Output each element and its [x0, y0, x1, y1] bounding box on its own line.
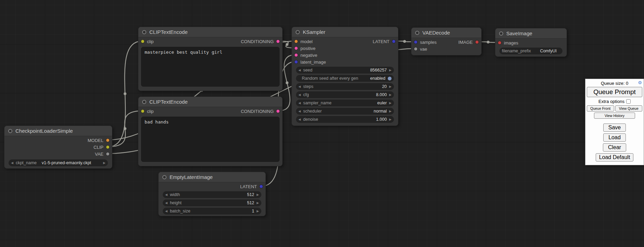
- decrement-arrow-icon[interactable]: ◀: [298, 118, 301, 121]
- node-ksampler[interactable]: KSampler model LATENT positive negative …: [292, 27, 398, 126]
- node-status-icon: [142, 30, 146, 34]
- node-status-icon: [142, 100, 146, 104]
- seed-widget[interactable]: ◀ seed 8566257 ▶: [296, 67, 394, 74]
- node-title-bar[interactable]: VAEDecode: [411, 28, 481, 38]
- scheduler-widget[interactable]: ◀ scheduler normal ▶: [296, 108, 394, 115]
- view-history-button[interactable]: View History: [594, 113, 635, 119]
- decrement-arrow-icon[interactable]: ◀: [298, 93, 301, 96]
- node-vae-decode[interactable]: VAEDecode samples IMAGE vae: [411, 27, 482, 55]
- decrement-arrow-icon[interactable]: ◀: [298, 110, 301, 113]
- node-status-icon: [162, 175, 166, 179]
- settings-gear-icon[interactable]: ⚙: [638, 80, 642, 85]
- conditioning-output-slot[interactable]: [276, 40, 280, 43]
- node-title: EmptyLatentImage: [170, 174, 213, 180]
- prompt-textarea[interactable]: bad hands: [141, 117, 280, 162]
- steps-widget[interactable]: ◀ steps 20 ▶: [296, 83, 394, 90]
- model-input-slot[interactable]: [295, 40, 298, 43]
- increment-arrow-icon[interactable]: ▶: [103, 161, 106, 165]
- input-label: vae: [411, 47, 427, 52]
- link-midpoint-dot: [286, 81, 288, 84]
- filename-prefix-widget[interactable]: filename_prefix ComfyUI: [499, 48, 562, 54]
- node-clip-text-encode-negative[interactable]: CLIPTextEncode clip CONDITIONING bad han…: [138, 96, 283, 166]
- decrement-arrow-icon[interactable]: ◀: [165, 202, 168, 205]
- comfyui-menu-panel: Queue size: 0 ⚙ Queue Prompt Extra optio…: [585, 79, 644, 165]
- output-label: CONDITIONING: [241, 109, 282, 114]
- node-clip-text-encode-positive[interactable]: CLIPTextEncode clip CONDITIONING masterp…: [138, 27, 283, 91]
- prompt-textarea[interactable]: masterpiece best quality girl: [141, 47, 280, 87]
- random-seed-toggle-widget[interactable]: Random seed after every gen enabled: [296, 75, 394, 82]
- decrement-arrow-icon[interactable]: ◀: [11, 161, 13, 165]
- node-title-bar[interactable]: CheckpointLoaderSimple: [4, 126, 112, 136]
- latent-output-slot[interactable]: [392, 40, 395, 43]
- widget-value: euler: [377, 101, 387, 105]
- node-save-image[interactable]: SaveImage images filename_prefix ComfyUI: [495, 28, 567, 57]
- decrement-arrow-icon[interactable]: ◀: [298, 69, 301, 72]
- decrement-arrow-icon[interactable]: ◀: [298, 85, 301, 88]
- view-queue-button[interactable]: View Queue: [615, 105, 643, 112]
- widget-label: batch_size: [170, 209, 190, 213]
- input-label: clip: [138, 39, 154, 44]
- node-title-bar[interactable]: CLIPTextEncode: [138, 97, 282, 107]
- increment-arrow-icon[interactable]: ▶: [389, 93, 392, 96]
- vae-output-slot[interactable]: [106, 153, 109, 156]
- images-input-slot[interactable]: [498, 41, 501, 44]
- increment-arrow-icon[interactable]: ▶: [389, 85, 392, 88]
- link-midpoint-dot: [403, 40, 406, 43]
- increment-arrow-icon[interactable]: ▶: [389, 118, 392, 121]
- width-widget[interactable]: ◀ width 512 ▶: [163, 191, 261, 198]
- decrement-arrow-icon[interactable]: ◀: [165, 210, 168, 213]
- node-title-bar[interactable]: SaveImage: [495, 28, 567, 39]
- clear-button[interactable]: Clear: [603, 143, 626, 152]
- height-widget[interactable]: ◀ height 512 ▶: [163, 199, 261, 206]
- widget-label: filename_prefix: [502, 49, 531, 53]
- queue-prompt-button[interactable]: Queue Prompt: [587, 87, 642, 97]
- increment-arrow-icon[interactable]: ▶: [257, 202, 259, 205]
- batch-size-widget[interactable]: ◀ batch_size 1 ▶: [163, 208, 261, 214]
- slot-row: clip CONDITIONING: [138, 108, 282, 115]
- node-title-bar[interactable]: EmptyLatentImage: [159, 172, 265, 182]
- increment-arrow-icon[interactable]: ▶: [389, 69, 392, 72]
- increment-arrow-icon[interactable]: ▶: [389, 102, 392, 105]
- link-midpoint-dot: [124, 92, 126, 95]
- ckpt-name-widget[interactable]: ◀ ckpt_name v1-5-pruned-emaonly.ckpt ▶: [9, 159, 108, 166]
- slot-row: positive: [292, 45, 398, 52]
- increment-arrow-icon[interactable]: ▶: [257, 210, 259, 213]
- load-button[interactable]: Load: [603, 133, 626, 142]
- widget-label: denoise: [303, 117, 318, 122]
- clip-output-slot[interactable]: [106, 146, 109, 149]
- widget-label: Random seed after every gen: [302, 76, 358, 81]
- denoise-widget[interactable]: ◀ denoise 1.000 ▶: [296, 116, 394, 123]
- node-checkpoint-loader-simple[interactable]: CheckpointLoaderSimple MODEL CLIP VAE ◀ …: [4, 126, 112, 169]
- sampler-name-widget[interactable]: ◀ sampler_name euler ▶: [296, 100, 394, 106]
- widget-label: scheduler: [303, 109, 322, 114]
- toggle-dot-icon[interactable]: [388, 77, 392, 80]
- vae-input-slot[interactable]: [414, 48, 417, 51]
- image-output-slot[interactable]: [475, 41, 479, 44]
- positive-input-slot[interactable]: [295, 47, 298, 50]
- latent-image-input-slot[interactable]: [295, 61, 298, 64]
- slot-row: latent_image: [292, 58, 398, 65]
- widget-label: height: [170, 200, 182, 205]
- model-output-slot[interactable]: [106, 139, 109, 142]
- negative-input-slot[interactable]: [295, 54, 298, 57]
- latent-output-slot[interactable]: [260, 185, 263, 188]
- increment-arrow-icon[interactable]: ▶: [389, 110, 392, 113]
- clip-input-slot[interactable]: [141, 110, 144, 113]
- cfg-widget[interactable]: ◀ cfg 8.000 ▶: [296, 91, 394, 98]
- load-default-button[interactable]: Load Default: [596, 153, 634, 161]
- decrement-arrow-icon[interactable]: ◀: [165, 193, 168, 196]
- decrement-arrow-icon[interactable]: ◀: [298, 102, 301, 105]
- clip-input-slot[interactable]: [141, 40, 144, 43]
- increment-arrow-icon[interactable]: ▶: [257, 193, 259, 196]
- queue-front-button[interactable]: Queue Front: [587, 105, 614, 112]
- samples-input-slot[interactable]: [414, 41, 417, 44]
- conditioning-output-slot[interactable]: [276, 110, 280, 113]
- widget-label: seed: [303, 68, 312, 73]
- save-button[interactable]: Save: [603, 124, 626, 132]
- link-clip-negative: [108, 111, 142, 147]
- node-title-bar[interactable]: CLIPTextEncode: [138, 27, 282, 37]
- extra-options-checkbox[interactable]: [626, 99, 631, 104]
- widget-value: 8566257: [370, 68, 387, 73]
- node-title-bar[interactable]: KSampler: [292, 27, 398, 37]
- node-empty-latent-image[interactable]: EmptyLatentImage LATENT ◀ width 512 ▶ ◀ …: [158, 172, 266, 216]
